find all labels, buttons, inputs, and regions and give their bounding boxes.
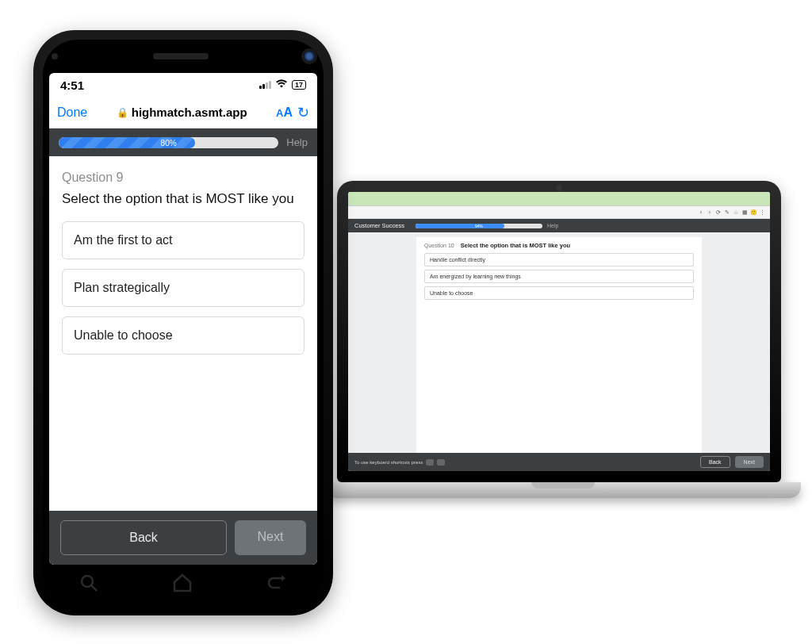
nav-forward-icon[interactable]: › xyxy=(707,209,713,215)
app-title: Customer Success xyxy=(354,222,404,229)
question-area: Question 9 Select the option that is MOS… xyxy=(49,156,317,511)
laptop-screen: ‹ › ⟳ ✎ ☆ ▦ 🙂 ⋮ Customer Success 94% Hel… xyxy=(348,192,770,471)
extension-icon[interactable]: ▦ xyxy=(741,209,748,216)
answer-option[interactable]: Plan strategically xyxy=(62,269,304,307)
question-prompt: Select the option that is MOST like you xyxy=(461,242,570,249)
app-footer: To use keyboard shortcuts press Back Nex… xyxy=(348,453,770,471)
home-icon[interactable] xyxy=(172,573,193,598)
menu-icon[interactable]: ⋮ xyxy=(759,209,765,216)
front-camera xyxy=(304,51,315,62)
progress-bar: 94% xyxy=(416,224,542,228)
app-header: Customer Success 94% Help xyxy=(348,219,770,232)
search-icon[interactable] xyxy=(79,573,98,597)
app-footer: Back Next xyxy=(49,511,317,565)
laptop-body: ‹ › ⟳ ✎ ☆ ▦ 🙂 ⋮ Customer Success 94% Hel… xyxy=(337,181,781,482)
progress-fill xyxy=(416,224,504,228)
key-icon xyxy=(437,459,445,466)
text-size-button[interactable]: AA xyxy=(276,105,293,120)
keyboard-hint: To use keyboard shortcuts press xyxy=(354,459,445,466)
progress-percent: 94% xyxy=(475,224,483,228)
laptop-base xyxy=(325,482,801,498)
progress-percent: 80% xyxy=(161,138,177,147)
laptop-camera xyxy=(556,185,562,191)
answer-option[interactable]: Am the first to act xyxy=(62,221,304,259)
tool-icon[interactable]: ✎ xyxy=(724,209,730,216)
svg-point-0 xyxy=(82,576,93,587)
question-prompt: Select the option that is MOST like you xyxy=(62,191,304,207)
battery-indicator: 17 xyxy=(292,80,306,90)
sensor-dot xyxy=(52,53,58,59)
progress-wrap: 94% Help xyxy=(416,223,764,228)
help-link[interactable]: Help xyxy=(547,223,558,228)
safari-toolbar: Done 🔒 highmatch.asmt.app AA ↻ xyxy=(49,97,317,128)
help-link[interactable]: Help xyxy=(286,136,308,148)
nav-back-icon[interactable]: ‹ xyxy=(698,209,704,215)
keyboard-hint-text: To use keyboard shortcuts press xyxy=(354,460,423,465)
ios-status-bar: 4:51 17 xyxy=(49,73,317,97)
back-icon[interactable] xyxy=(266,575,287,596)
wifi-icon xyxy=(276,79,287,90)
laptop-notch xyxy=(531,482,595,489)
browser-tab-bar xyxy=(348,192,770,206)
app-header: 80% Help xyxy=(49,128,317,156)
laptop-mockup: ‹ › ⟳ ✎ ☆ ▦ 🙂 ⋮ Customer Success 94% Hel… xyxy=(325,181,793,514)
browser-toolbar: ‹ › ⟳ ✎ ☆ ▦ 🙂 ⋮ xyxy=(348,206,770,219)
question-card: Question 10 Select the option that is MO… xyxy=(416,237,702,453)
phone-nav-bar xyxy=(43,565,324,606)
status-time: 4:51 xyxy=(60,79,84,92)
back-button[interactable]: Back xyxy=(700,456,730,468)
phone-inner: 4:51 17 Done 🔒 highmatch.asmt.app AA ↻ xyxy=(43,40,324,606)
question-number: Question 10 xyxy=(424,243,454,248)
url-display[interactable]: 🔒 highmatch.asmt.app xyxy=(92,105,271,119)
progress-bar: 80% xyxy=(59,137,278,148)
lock-icon: 🔒 xyxy=(117,107,128,118)
status-indicators: 17 xyxy=(259,79,306,90)
next-button[interactable]: Next xyxy=(235,520,306,555)
phone-mockup: 4:51 17 Done 🔒 highmatch.asmt.app AA ↻ xyxy=(33,30,333,615)
star-icon[interactable]: ☆ xyxy=(733,209,739,216)
url-text: highmatch.asmt.app xyxy=(132,105,247,119)
answer-option[interactable]: Unable to choose xyxy=(62,316,304,355)
signal-icon xyxy=(259,81,271,89)
key-icon xyxy=(426,459,434,466)
answer-option[interactable]: Handle conflict directly xyxy=(424,253,694,266)
phone-sensor-bar xyxy=(43,40,324,73)
back-button[interactable]: Back xyxy=(60,520,227,555)
speaker-grill xyxy=(153,53,209,59)
answer-option[interactable]: Unable to choose xyxy=(424,286,694,300)
svg-line-1 xyxy=(91,585,97,591)
done-button[interactable]: Done xyxy=(57,105,87,120)
next-button[interactable]: Next xyxy=(735,456,764,468)
reload-icon[interactable]: ⟳ xyxy=(715,209,722,216)
phone-screen: 4:51 17 Done 🔒 highmatch.asmt.app AA ↻ xyxy=(49,73,317,565)
reload-icon[interactable]: ↻ xyxy=(297,104,309,121)
content-area: Question 10 Select the option that is MO… xyxy=(348,232,770,453)
answer-option[interactable]: Am energized by learning new things xyxy=(424,270,694,283)
profile-icon[interactable]: 🙂 xyxy=(750,209,756,216)
question-number: Question 9 xyxy=(62,171,304,185)
